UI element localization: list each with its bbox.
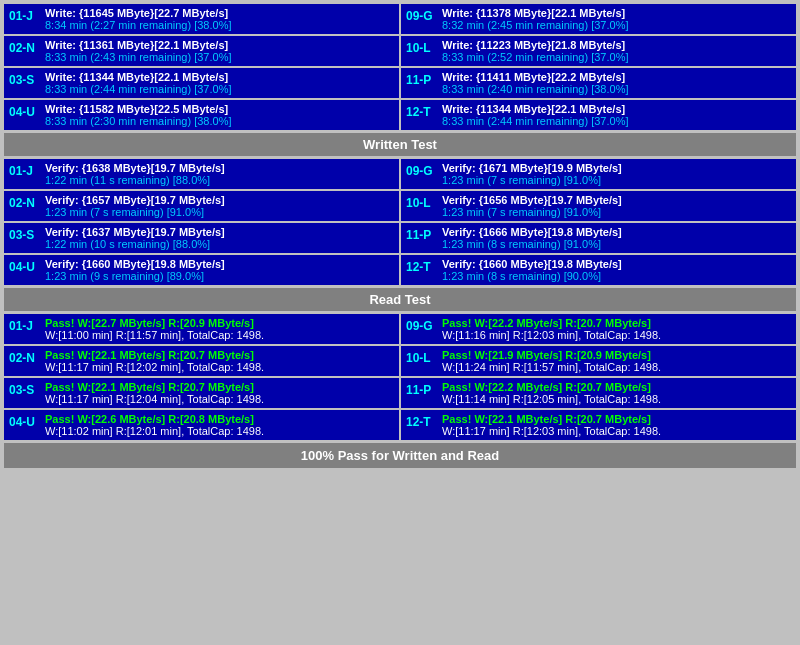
read-03s-label: 03-S xyxy=(9,381,41,397)
verify-03s-line2: 1:22 min (10 s remaining) [88.0%] xyxy=(45,238,394,250)
write-02n-content: Write: {11361 MByte}[22.1 MByte/s] 8:33 … xyxy=(45,39,394,63)
write-09g-line2: 8:32 min (2:45 min remaining) [37.0%] xyxy=(442,19,791,31)
write-09g-content: Write: {11378 MByte}[22.1 MByte/s] 8:32 … xyxy=(442,7,791,31)
write-section-header: Written Test xyxy=(4,133,796,156)
write-09g-line1: Write: {11378 MByte}[22.1 MByte/s] xyxy=(442,7,791,19)
write-02n-line1: Write: {11361 MByte}[22.1 MByte/s] xyxy=(45,39,394,51)
read-10l-label: 10-L xyxy=(406,349,438,365)
verify-02n-line2: 1:23 min (7 s remaining) [91.0%] xyxy=(45,206,394,218)
write-12t-wrapper: 12-T Write: {11344 MByte}[22.1 MByte/s] … xyxy=(401,100,796,130)
verify-03s: 03-S Verify: {1637 MByte}[19.7 MByte/s] … xyxy=(4,223,399,253)
read-12t-content: Pass! W:[22.1 MByte/s] R:[20.7 MByte/s] … xyxy=(442,413,791,437)
read-12t-label: 12-T xyxy=(406,413,438,429)
read-01j-line2: W:[11:00 min] R:[11:57 min], TotalCap: 1… xyxy=(45,329,394,341)
read-03s-wrapper: 03-S Pass! W:[22.1 MByte/s] R:[20.7 MByt… xyxy=(4,378,399,408)
verify-09g-line2: 1:23 min (7 s remaining) [91.0%] xyxy=(442,174,791,186)
write-11p-label: 11-P xyxy=(406,71,438,87)
verify-12t-label: 12-T xyxy=(406,258,438,274)
read-12t-line1: Pass! W:[22.1 MByte/s] R:[20.7 MByte/s] xyxy=(442,413,791,425)
verify-03s-label: 03-S xyxy=(9,226,41,242)
verify-09g-line1: Verify: {1671 MByte}[19.9 MByte/s] xyxy=(442,162,791,174)
read-04u: 04-U Pass! W:[22.6 MByte/s] R:[20.8 MByt… xyxy=(4,410,399,440)
read-09g-line1: Pass! W:[22.2 MByte/s] R:[20.7 MByte/s] xyxy=(442,317,791,329)
verify-02n-line1: Verify: {1657 MByte}[19.7 MByte/s] xyxy=(45,194,394,206)
verify-03s-wrapper: 03-S Verify: {1637 MByte}[19.7 MByte/s] … xyxy=(4,223,399,253)
read-03s: 03-S Pass! W:[22.1 MByte/s] R:[20.7 MByt… xyxy=(4,378,399,408)
verify-01j: 01-J Verify: {1638 MByte}[19.7 MByte/s] … xyxy=(4,159,399,189)
write-01j-content: Write: {11645 MByte}[22.7 MByte/s] 8:34 … xyxy=(45,7,394,31)
write-10l-wrapper: 10-L Write: {11223 MByte}[21.8 MByte/s] … xyxy=(401,36,796,66)
write-04u: 04-U Write: {11582 MByte}[22.5 MByte/s] … xyxy=(4,100,399,130)
read-04u-wrapper: 04-U Pass! W:[22.6 MByte/s] R:[20.8 MByt… xyxy=(4,410,399,440)
write-11p-line2: 8:33 min (2:40 min remaining) [38.0%] xyxy=(442,83,791,95)
verify-10l-line2: 1:23 min (7 s remaining) [91.0%] xyxy=(442,206,791,218)
write-10l-line1: Write: {11223 MByte}[21.8 MByte/s] xyxy=(442,39,791,51)
read-10l: 10-L Pass! W:[21.9 MByte/s] R:[20.9 MByt… xyxy=(401,346,796,376)
write-left-col: 01-J Write: {11645 MByte}[22.7 MByte/s] … xyxy=(4,4,399,34)
verify-grid3: 03-S Verify: {1637 MByte}[19.7 MByte/s] … xyxy=(4,223,796,253)
verify-12t-content: Verify: {1660 MByte}[19.8 MByte/s] 1:23 … xyxy=(442,258,791,282)
write-04u-content: Write: {11582 MByte}[22.5 MByte/s] 8:33 … xyxy=(45,103,394,127)
read-grid4: 04-U Pass! W:[22.6 MByte/s] R:[20.8 MByt… xyxy=(4,410,796,440)
verify-11p-content: Verify: {1666 MByte}[19.8 MByte/s] 1:23 … xyxy=(442,226,791,250)
write-12t-content: Write: {11344 MByte}[22.1 MByte/s] 8:33 … xyxy=(442,103,791,127)
write-section: 01-J Write: {11645 MByte}[22.7 MByte/s] … xyxy=(4,4,796,156)
read-01j-line1: Pass! W:[22.7 MByte/s] R:[20.9 MByte/s] xyxy=(45,317,394,329)
verify-03s-content: Verify: {1637 MByte}[19.7 MByte/s] 1:22 … xyxy=(45,226,394,250)
verify-12t-line1: Verify: {1660 MByte}[19.8 MByte/s] xyxy=(442,258,791,270)
read-12t-wrapper: 12-T Pass! W:[22.1 MByte/s] R:[20.7 MByt… xyxy=(401,410,796,440)
write-12t-line1: Write: {11344 MByte}[22.1 MByte/s] xyxy=(442,103,791,115)
write-03s-content: Write: {11344 MByte}[22.1 MByte/s] 8:33 … xyxy=(45,71,394,95)
verify-10l-content: Verify: {1656 MByte}[19.7 MByte/s] 1:23 … xyxy=(442,194,791,218)
verify-01j-wrapper: 01-J Verify: {1638 MByte}[19.7 MByte/s] … xyxy=(4,159,399,189)
verify-01j-line1: Verify: {1638 MByte}[19.7 MByte/s] xyxy=(45,162,394,174)
write-10l-label: 10-L xyxy=(406,39,438,55)
verify-grid4: 04-U Verify: {1660 MByte}[19.8 MByte/s] … xyxy=(4,255,796,285)
write-02n-line2: 8:33 min (2:43 min remaining) [37.0%] xyxy=(45,51,394,63)
write-02n-label: 02-N xyxy=(9,39,41,55)
write-12t: 12-T Write: {11344 MByte}[22.1 MByte/s] … xyxy=(401,100,796,130)
verify-09g-label: 09-G xyxy=(406,162,438,178)
write-grid3: 03-S Write: {11344 MByte}[22.1 MByte/s] … xyxy=(4,68,796,98)
verify-section: 01-J Verify: {1638 MByte}[19.7 MByte/s] … xyxy=(4,159,796,311)
verify-12t: 12-T Verify: {1660 MByte}[19.8 MByte/s] … xyxy=(401,255,796,285)
write-grid4: 04-U Write: {11582 MByte}[22.5 MByte/s] … xyxy=(4,100,796,130)
verify-04u: 04-U Verify: {1660 MByte}[19.8 MByte/s] … xyxy=(4,255,399,285)
write-12t-label: 12-T xyxy=(406,103,438,119)
read-04u-line1: Pass! W:[22.6 MByte/s] R:[20.8 MByte/s] xyxy=(45,413,394,425)
write-10l-content: Write: {11223 MByte}[21.8 MByte/s] 8:33 … xyxy=(442,39,791,63)
write-01j: 01-J Write: {11645 MByte}[22.7 MByte/s] … xyxy=(4,4,399,34)
verify-01j-line2: 1:22 min (11 s remaining) [88.0%] xyxy=(45,174,394,186)
read-grid3: 03-S Pass! W:[22.1 MByte/s] R:[20.7 MByt… xyxy=(4,378,796,408)
write-02n-wrapper: 02-N Write: {11361 MByte}[22.1 MByte/s] … xyxy=(4,36,399,66)
write-03s: 03-S Write: {11344 MByte}[22.1 MByte/s] … xyxy=(4,68,399,98)
verify-grid1: 01-J Verify: {1638 MByte}[19.7 MByte/s] … xyxy=(4,159,796,189)
read-09g-wrapper: 09-G Pass! W:[22.2 MByte/s] R:[20.7 MByt… xyxy=(401,314,796,344)
verify-04u-line1: Verify: {1660 MByte}[19.8 MByte/s] xyxy=(45,258,394,270)
verify-04u-wrapper: 04-U Verify: {1660 MByte}[19.8 MByte/s] … xyxy=(4,255,399,285)
verify-04u-label: 04-U xyxy=(9,258,41,274)
read-03s-line2: W:[11:17 min] R:[12:04 min], TotalCap: 1… xyxy=(45,393,394,405)
verify-01j-label: 01-J xyxy=(9,162,41,178)
verify-10l-line1: Verify: {1656 MByte}[19.7 MByte/s] xyxy=(442,194,791,206)
write-grid: 01-J Write: {11645 MByte}[22.7 MByte/s] … xyxy=(4,4,796,34)
verify-10l: 10-L Verify: {1656 MByte}[19.7 MByte/s] … xyxy=(401,191,796,221)
write-11p-line1: Write: {11411 MByte}[22.2 MByte/s] xyxy=(442,71,791,83)
main-container: 01-J Write: {11645 MByte}[22.7 MByte/s] … xyxy=(0,0,800,474)
read-02n-label: 02-N xyxy=(9,349,41,365)
read-11p-content: Pass! W:[22.2 MByte/s] R:[20.7 MByte/s] … xyxy=(442,381,791,405)
write-04u-wrapper: 04-U Write: {11582 MByte}[22.5 MByte/s] … xyxy=(4,100,399,130)
read-grid2: 02-N Pass! W:[22.1 MByte/s] R:[20.7 MByt… xyxy=(4,346,796,376)
read-03s-content: Pass! W:[22.1 MByte/s] R:[20.7 MByte/s] … xyxy=(45,381,394,405)
read-09g: 09-G Pass! W:[22.2 MByte/s] R:[20.7 MByt… xyxy=(401,314,796,344)
write-09g: 09-G Write: {11378 MByte}[22.1 MByte/s] … xyxy=(401,4,796,34)
verify-02n-label: 02-N xyxy=(9,194,41,210)
read-grid1: 01-J Pass! W:[22.7 MByte/s] R:[20.9 MByt… xyxy=(4,314,796,344)
read-09g-content: Pass! W:[22.2 MByte/s] R:[20.7 MByte/s] … xyxy=(442,317,791,341)
verify-11p: 11-P Verify: {1666 MByte}[19.8 MByte/s] … xyxy=(401,223,796,253)
write-right-col: 09-G Write: {11378 MByte}[22.1 MByte/s] … xyxy=(401,4,796,34)
write-03s-label: 03-S xyxy=(9,71,41,87)
verify-11p-wrapper: 11-P Verify: {1666 MByte}[19.8 MByte/s] … xyxy=(401,223,796,253)
read-10l-line1: Pass! W:[21.9 MByte/s] R:[20.9 MByte/s] xyxy=(442,349,791,361)
write-12t-line2: 8:33 min (2:44 min remaining) [37.0%] xyxy=(442,115,791,127)
